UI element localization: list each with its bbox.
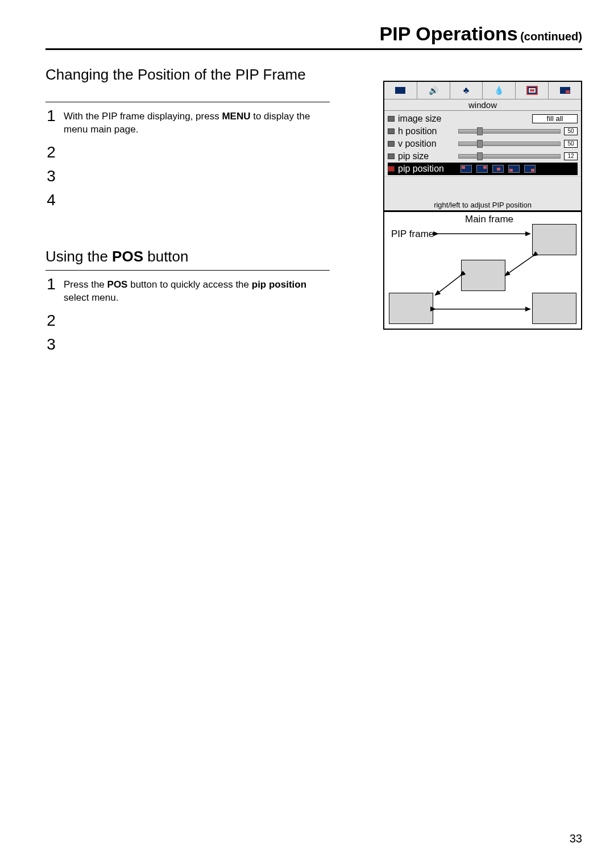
osd-tab-picture-icon xyxy=(483,82,516,99)
step-text: Press the POS button to quickly access t… xyxy=(64,276,330,305)
osd-row-h-position: h position 50 xyxy=(388,125,578,138)
bullet-icon xyxy=(388,128,395,134)
pip-pos-tr-icon xyxy=(476,165,488,173)
osd-row-pip-position: pip position xyxy=(388,163,578,175)
header-continued: (continued) xyxy=(520,30,582,43)
step-3: 3 xyxy=(45,168,330,184)
page-header: PIP Operations (continued) xyxy=(45,23,582,50)
osd-tab-setup-icon xyxy=(450,82,483,99)
page-number: 33 xyxy=(570,832,582,845)
section2-title: Using the POS button xyxy=(45,248,330,265)
step-1: 1 With the PIP frame displaying, press M… xyxy=(45,108,330,136)
section2-step-2: 2 xyxy=(45,313,330,329)
pip-position-options xyxy=(460,165,536,173)
osd-tab-label: window xyxy=(384,99,581,111)
osd-row-image-size: image size fill all xyxy=(388,113,578,125)
slider-icon xyxy=(458,129,561,134)
header-title: PIP Operations xyxy=(380,23,518,44)
pip-pos-c-icon xyxy=(492,165,504,173)
pip-pos-tl-icon xyxy=(460,165,472,173)
pip-size-value: 12 xyxy=(564,152,578,160)
bullet-icon xyxy=(388,141,395,147)
pip-pos-br-icon xyxy=(524,165,536,173)
arrows-icon xyxy=(384,211,581,329)
osd-tab-screen-icon xyxy=(384,82,417,99)
osd-tabs xyxy=(384,82,581,99)
step-number: 1 xyxy=(45,276,57,292)
osd-tab-window-icon xyxy=(516,82,549,99)
step-number: 3 xyxy=(45,168,57,184)
bullet-icon xyxy=(388,153,395,159)
step-2: 2 xyxy=(45,144,330,160)
osd-hint: right/left to adjust PIP position xyxy=(384,199,581,211)
step-text: With the PIP frame displaying, press MEN… xyxy=(64,108,330,136)
pip-layout-diagram: Main frame PIP frame xyxy=(383,210,582,330)
section2-step-3: 3 xyxy=(45,337,330,352)
slider-icon xyxy=(458,154,561,159)
osd-row-pip-size: pip size 12 xyxy=(388,150,578,163)
osd-tab-sound-icon xyxy=(417,82,450,99)
svg-line-1 xyxy=(505,256,533,275)
step-4: 4 xyxy=(45,192,330,208)
h-position-value: 50 xyxy=(564,127,578,135)
v-position-value: 50 xyxy=(564,140,578,148)
slider-icon xyxy=(458,142,561,146)
section2-step-1: 1 Press the POS button to quickly access… xyxy=(45,276,330,305)
bullet-icon xyxy=(388,166,395,172)
svg-line-2 xyxy=(435,276,460,295)
osd-row-v-position: v position 50 xyxy=(388,138,578,150)
step-number: 2 xyxy=(45,313,57,329)
step-number: 4 xyxy=(45,192,57,208)
bullet-icon xyxy=(388,116,395,122)
section1-steps: 1 With the PIP frame displaying, press M… xyxy=(45,102,330,352)
step-number: 3 xyxy=(45,337,57,352)
step-number: 1 xyxy=(45,108,57,124)
pip-pos-bl-icon xyxy=(508,165,520,173)
image-size-value: fill all xyxy=(532,114,578,123)
osd-tab-pip-icon xyxy=(549,82,581,99)
osd-menu-figure: window image size fill all h position 50… xyxy=(383,81,582,212)
step-number: 2 xyxy=(45,144,57,160)
